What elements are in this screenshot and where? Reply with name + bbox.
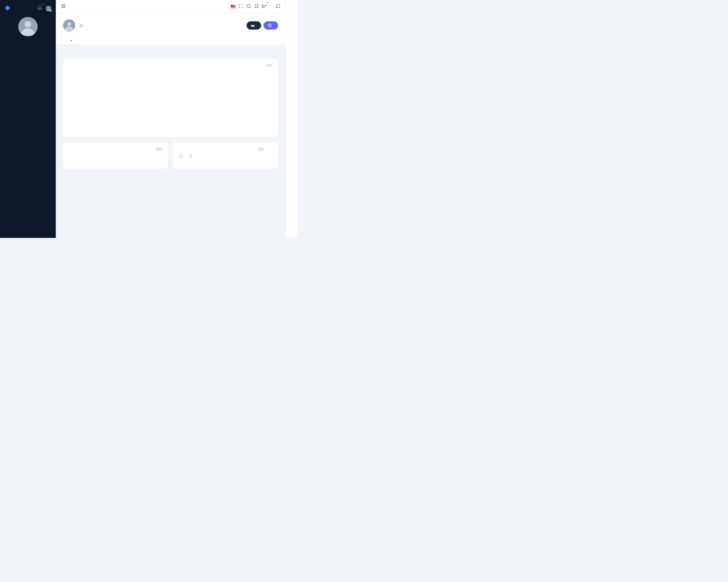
bookmark-icon[interactable] (254, 4, 259, 9)
issues-chart (69, 74, 168, 132)
range-this-week[interactable] (156, 147, 162, 151)
header-avatar (63, 20, 75, 31)
location-icon (189, 155, 192, 158)
svg-point-4 (247, 4, 250, 7)
app-logo-icon (4, 5, 11, 12)
topbar (56, 0, 285, 13)
schedule-panel: › (173, 142, 278, 169)
github-issues-panel (63, 58, 278, 137)
project-selector[interactable]: ▾ (63, 36, 77, 45)
chat-panel-icon[interactable] (276, 4, 281, 9)
language-flag-icon[interactable] (231, 5, 236, 8)
svg-point-3 (25, 21, 31, 28)
range-tomorrow[interactable] (265, 147, 272, 151)
page-header: ▾ (56, 13, 285, 45)
task-distribution-panel (63, 142, 168, 169)
svg-point-7 (269, 25, 270, 26)
mail-icon[interactable] (262, 4, 267, 9)
notifications-icon[interactable] (37, 6, 42, 11)
user-avatar[interactable] (18, 17, 37, 36)
range-this-week[interactable] (265, 63, 272, 67)
quick-panel (285, 0, 297, 238)
range-last-week[interactable] (258, 63, 264, 67)
schedule-event[interactable]: › (179, 155, 272, 158)
messages-button[interactable] (246, 21, 261, 30)
user-profile-block (0, 13, 56, 44)
user-menu-icon[interactable] (46, 6, 51, 11)
chevron-right-icon: › (271, 155, 272, 158)
bell-icon (79, 24, 83, 28)
clock-icon (179, 155, 182, 158)
svg-point-1 (48, 7, 50, 9)
notification-badge (42, 4, 44, 5)
chevron-down-icon: ▾ (71, 39, 72, 42)
fullscreen-icon[interactable] (238, 4, 243, 9)
menu-toggle-icon[interactable] (61, 3, 66, 10)
sidebar (0, 0, 56, 238)
mail-badge (266, 2, 269, 3)
range-today[interactable] (258, 147, 264, 151)
svg-point-9 (190, 156, 191, 157)
tabs-strip (56, 45, 285, 52)
svg-point-6 (67, 22, 71, 26)
settings-button[interactable] (263, 21, 278, 30)
range-last-week[interactable] (148, 147, 155, 151)
search-icon[interactable] (246, 4, 251, 9)
